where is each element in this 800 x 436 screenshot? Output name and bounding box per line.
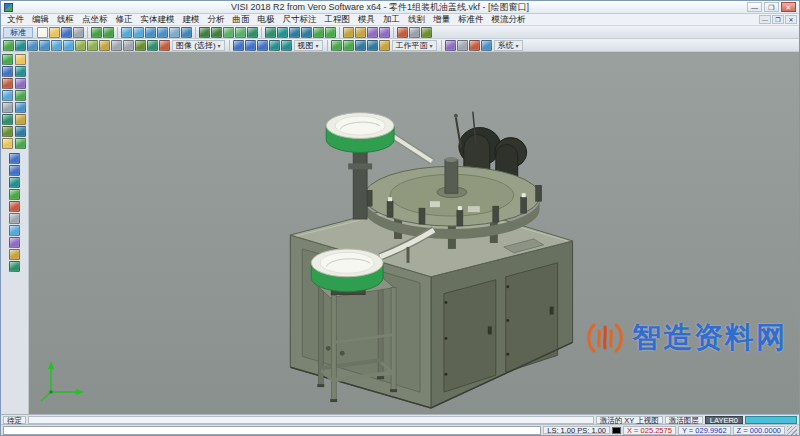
help-icon[interactable] — [481, 40, 492, 51]
point-snap-icon[interactable] — [15, 54, 26, 65]
view-rotate-icon[interactable] — [9, 201, 20, 212]
menu-item[interactable]: 线框 — [53, 14, 78, 26]
show-entity-icon[interactable] — [123, 40, 134, 51]
view-front-icon[interactable] — [9, 153, 20, 164]
color-swatch-black[interactable] — [612, 427, 621, 434]
new-file-icon[interactable] — [37, 27, 48, 38]
zoom-fit-icon[interactable] — [181, 27, 192, 38]
dimension-icon[interactable] — [355, 27, 366, 38]
mdi-minimize-button[interactable]: — — [759, 15, 771, 24]
quadrant-snap-icon[interactable] — [15, 78, 26, 89]
mdi-close-button[interactable]: ✕ — [785, 15, 797, 24]
toolbar-group-label[interactable]: 图像 (选择) — [172, 40, 225, 51]
perpendicular-snap-icon[interactable] — [15, 114, 26, 125]
redraw-icon[interactable] — [3, 40, 14, 51]
view-shaded-icon[interactable] — [9, 261, 20, 272]
layer-manager-icon[interactable] — [367, 27, 378, 38]
ortho-mode-icon[interactable] — [15, 102, 26, 113]
menu-item[interactable]: 电极 — [254, 14, 279, 26]
command-input[interactable] — [3, 426, 541, 435]
chamfer-icon[interactable] — [325, 27, 336, 38]
intersection-snap-icon[interactable] — [2, 90, 13, 101]
menu-item[interactable]: 曲面 — [229, 14, 254, 26]
next-view-icon[interactable] — [39, 40, 50, 51]
select-icon[interactable] — [121, 27, 132, 38]
attributes-icon[interactable] — [379, 27, 390, 38]
regenerate-icon[interactable] — [15, 40, 26, 51]
mdi-restore-button[interactable]: ❐ — [772, 15, 784, 24]
menu-item[interactable]: 工程图 — [321, 14, 355, 26]
close-button[interactable]: ✕ — [781, 2, 796, 12]
extrude-icon[interactable] — [265, 27, 276, 38]
open-file-icon[interactable] — [49, 27, 60, 38]
right-view-icon[interactable] — [281, 40, 292, 51]
tab-standard[interactable]: 标准 — [3, 27, 33, 38]
view-previous-icon[interactable] — [9, 249, 20, 260]
mid-snap-icon[interactable] — [15, 66, 26, 77]
rotate-view-icon[interactable] — [75, 40, 86, 51]
minimize-button[interactable]: — — [747, 2, 762, 12]
menu-item[interactable]: 实体建模 — [137, 14, 179, 26]
pan-icon[interactable] — [169, 27, 180, 38]
menu-item[interactable]: 线割 — [404, 14, 429, 26]
curve-icon[interactable] — [247, 27, 258, 38]
hide-entity-icon[interactable] — [111, 40, 122, 51]
end-snap-icon[interactable] — [15, 90, 26, 101]
workplane-xz-icon[interactable] — [343, 40, 354, 51]
smart-snap-icon[interactable] — [15, 138, 26, 149]
fillet-icon[interactable] — [301, 27, 312, 38]
center-snap-icon[interactable] — [2, 78, 13, 89]
menu-item[interactable]: 增量 — [429, 14, 454, 26]
top-view-icon[interactable] — [245, 40, 256, 51]
menu-item[interactable]: 点坐标 — [78, 14, 112, 26]
view-isometric-icon[interactable] — [9, 189, 20, 200]
menu-item[interactable]: 标准件 — [454, 14, 488, 26]
shell-icon[interactable] — [313, 27, 324, 38]
zoom-out-icon[interactable] — [157, 27, 168, 38]
save-file-icon[interactable] — [61, 27, 72, 38]
left-view-icon[interactable] — [269, 40, 280, 51]
menu-item[interactable]: 模流分析 — [488, 14, 530, 26]
previous-view-icon[interactable] — [27, 40, 38, 51]
front-view-icon[interactable] — [233, 40, 244, 51]
shaded-view-icon[interactable] — [421, 27, 432, 38]
window-select-icon[interactable] — [133, 27, 144, 38]
view-fit-icon[interactable] — [9, 237, 20, 248]
measure-icon[interactable] — [343, 27, 354, 38]
line-snap-icon[interactable] — [2, 66, 13, 77]
select-filter-icon[interactable] — [2, 54, 13, 65]
toolbar-group-label[interactable]: 视图 — [294, 40, 323, 51]
boolean-icon[interactable] — [289, 27, 300, 38]
zoom-selected-icon[interactable] — [63, 40, 74, 51]
menu-item[interactable]: 模具 — [354, 14, 379, 26]
circle-icon[interactable] — [211, 27, 222, 38]
3d-viewport[interactable]: 智造资料网 — [29, 52, 799, 414]
status-layer-chip[interactable]: LAYER0 — [705, 416, 743, 424]
tangent-snap-icon[interactable] — [2, 114, 13, 125]
view-top-icon[interactable] — [9, 165, 20, 176]
workplane-align-icon[interactable] — [379, 40, 390, 51]
resize-grip[interactable] — [787, 426, 797, 435]
menu-item[interactable]: 分析 — [204, 14, 229, 26]
options-icon[interactable] — [457, 40, 468, 51]
grid-snap-icon[interactable] — [2, 102, 13, 113]
calculator-icon[interactable] — [469, 40, 480, 51]
node-snap-icon[interactable] — [2, 126, 13, 137]
menu-item[interactable]: 修正 — [112, 14, 137, 26]
redo-icon[interactable] — [103, 27, 114, 38]
wireframe-view-icon[interactable] — [409, 27, 420, 38]
view-pan-icon[interactable] — [9, 213, 20, 224]
undo-icon[interactable] — [91, 27, 102, 38]
menu-item[interactable]: 文件 — [3, 14, 28, 26]
zoom-all-icon[interactable] — [51, 40, 62, 51]
view-zoom-icon[interactable] — [9, 225, 20, 236]
line-icon[interactable] — [199, 27, 210, 38]
pan-view-icon[interactable] — [87, 40, 98, 51]
render-icon[interactable] — [397, 27, 408, 38]
menu-item[interactable]: 建模 — [179, 14, 204, 26]
zoom-in-icon[interactable] — [145, 27, 156, 38]
dynamic-zoom-icon[interactable] — [99, 40, 110, 51]
workplane-xy-icon[interactable] — [331, 40, 342, 51]
point-icon[interactable] — [235, 27, 246, 38]
section-view-icon[interactable] — [147, 40, 158, 51]
